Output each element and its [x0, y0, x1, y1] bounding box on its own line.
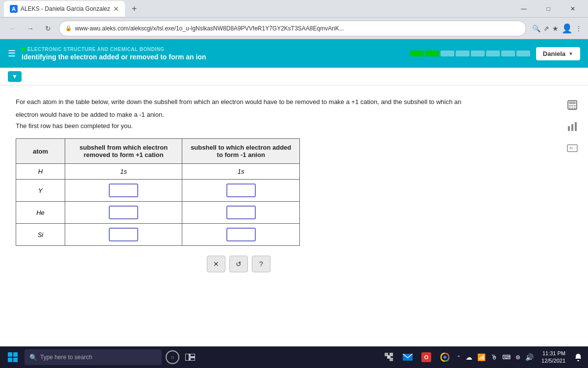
window-controls: — □ ✕	[513, 1, 584, 17]
svg-rect-9	[571, 124, 573, 131]
address-bar-row: ← → ↻ 🔒 www-awu.aleks.com/alekscgi/x/lsl…	[0, 18, 588, 39]
col3-Si-input[interactable]	[226, 228, 256, 241]
svg-rect-4	[574, 105, 576, 106]
progress-seg-7	[501, 51, 515, 56]
collapse-section-button[interactable]: ▼	[8, 71, 22, 82]
progress-seg-3	[441, 51, 454, 56]
progress-bar-area	[410, 51, 530, 56]
taskbar-date: 12/5/2021	[541, 357, 565, 365]
address-bar[interactable]: 🔒 www-awu.aleks.com/alekscgi/x/lsl.exe/1…	[59, 21, 526, 36]
svg-rect-17	[185, 354, 189, 361]
col2-Si-input[interactable]	[109, 228, 138, 241]
instruction-line1: For each atom in the table below, write …	[16, 97, 496, 107]
hamburger-menu-button[interactable]: ☰	[8, 48, 16, 59]
chevron-icon[interactable]: ⌃	[455, 355, 463, 360]
main-content: For each atom in the table below, write …	[0, 85, 588, 346]
system-tray: O ⌃ ☁ 📶 🖰 ⌨ ⊛ 🔊	[380, 348, 536, 366]
progress-seg-1	[410, 51, 424, 56]
active-tab[interactable]: A ALEKS - Daniela Garcia Gonzalez ✕	[4, 1, 125, 17]
taskbar-time-date[interactable]: 11:31 PM 12/5/2021	[538, 350, 569, 365]
screen-icon[interactable]: 🖰	[489, 353, 499, 361]
forward-button[interactable]: →	[24, 22, 37, 35]
col3-header: subshell to which electron added to form…	[182, 139, 300, 164]
col2-He-input[interactable]	[109, 206, 138, 219]
svg-rect-15	[8, 358, 12, 362]
search-icon[interactable]: 🔍	[532, 25, 540, 32]
browser-frame: A ALEKS - Daniela Garcia Gonzalez ✕ + — …	[0, 0, 588, 368]
aleks-header: ☰ ELECTRONIC STRUCTURE AND CHEMICAL BOND…	[0, 39, 588, 68]
svg-rect-13	[8, 352, 12, 357]
task-view-button[interactable]	[181, 348, 199, 366]
col3-Si-input-cell	[182, 224, 300, 246]
col3-Y-input[interactable]	[226, 184, 256, 197]
taskbar-chrome-icon[interactable]	[436, 348, 454, 366]
undo-button[interactable]: ↺	[229, 256, 248, 272]
header-title-area: ELECTRONIC STRUCTURE AND CHEMICAL BONDIN…	[22, 47, 404, 61]
user-name-label: Daniela	[543, 50, 565, 57]
svg-text:Ar: Ar	[569, 146, 573, 150]
bookmark-icon[interactable]: ★	[552, 25, 559, 32]
tab-strip: A ALEKS - Daniela Garcia Gonzalez ✕ +	[4, 1, 137, 17]
table-row-H: H 1s 1s	[16, 164, 300, 180]
share-icon[interactable]: ⇗	[543, 25, 549, 32]
clear-button[interactable]: ✕	[207, 256, 225, 272]
svg-rect-18	[190, 354, 195, 357]
col3-H-value: 1s	[182, 164, 300, 180]
chart-icon[interactable]	[564, 119, 580, 134]
svg-rect-22	[390, 353, 393, 356]
instruction-line2: electron would have to be added to make …	[16, 110, 496, 120]
col3-Y-input-cell	[182, 180, 300, 202]
minimize-button[interactable]: —	[513, 1, 535, 17]
new-tab-button[interactable]: +	[132, 4, 137, 13]
volume-icon[interactable]: 🔊	[523, 353, 536, 361]
atom-He: He	[16, 202, 65, 224]
help-button[interactable]: ?	[252, 256, 270, 272]
page-content: ☰ ELECTRONIC STRUCTURE AND CHEMICAL BOND…	[0, 39, 588, 346]
profile-icon[interactable]: 👤	[562, 23, 572, 34]
taskbar-app-grid[interactable]	[380, 348, 398, 366]
calculator-icon[interactable]	[564, 97, 580, 113]
progress-seg-2	[425, 51, 439, 56]
start-button[interactable]	[3, 347, 23, 367]
aleks-favicon: A	[10, 5, 18, 13]
col2-Si-input-cell	[65, 224, 182, 246]
taskbar-mail-icon[interactable]	[399, 348, 416, 366]
lock-icon: 🔒	[65, 25, 72, 31]
electron-table: atom subshell from which electron remove…	[16, 138, 300, 246]
cloud-icon[interactable]: ☁	[464, 353, 474, 361]
more-options-icon[interactable]: ⋮	[575, 25, 582, 32]
col1-header: atom	[16, 139, 65, 164]
progress-seg-5	[471, 51, 485, 56]
cortana-button[interactable]: ○	[166, 350, 179, 364]
col2-H-value: 1s	[65, 164, 182, 180]
url-text: www-awu.aleks.com/alekscgi/x/lsl.exe/1o_…	[75, 25, 520, 32]
col2-header: subshell from which electron removed to …	[65, 139, 182, 164]
col2-Y-input[interactable]	[109, 184, 138, 197]
keyboard-icon[interactable]: ⌨	[500, 354, 513, 361]
tab-close-button[interactable]: ✕	[113, 5, 119, 13]
notification-button[interactable]	[571, 350, 585, 364]
close-button[interactable]: ✕	[562, 1, 584, 17]
user-menu-button[interactable]: Daniela ▼	[536, 47, 580, 60]
header-main-title: Identifying the electron added or remove…	[22, 53, 404, 61]
reload-button[interactable]: ↻	[41, 22, 55, 35]
search-bar[interactable]: 🔍 Type here to search	[24, 349, 162, 365]
table-row-Y: Y	[16, 180, 300, 202]
maximize-button[interactable]: □	[537, 1, 560, 17]
wifi-icon[interactable]: ⊛	[514, 354, 522, 361]
browser-action-icons: 🔍 ⇗ ★ 👤 ⋮	[532, 23, 582, 34]
back-button[interactable]: ←	[6, 22, 20, 35]
progress-seg-8	[516, 51, 530, 56]
col3-He-input-cell	[182, 202, 300, 224]
svg-rect-7	[574, 107, 576, 109]
svg-rect-27	[577, 360, 579, 361]
col3-He-input[interactable]	[226, 206, 256, 219]
progress-segments	[410, 51, 530, 56]
taskbar-office-icon[interactable]: O	[417, 348, 435, 366]
periodic-table-icon[interactable]: Ar	[564, 140, 580, 156]
svg-rect-16	[13, 358, 18, 362]
network-icon[interactable]: 📶	[475, 353, 488, 361]
taskbar: 🔍 Type here to search ○	[0, 346, 588, 368]
svg-rect-6	[571, 107, 573, 109]
svg-rect-14	[13, 352, 18, 357]
